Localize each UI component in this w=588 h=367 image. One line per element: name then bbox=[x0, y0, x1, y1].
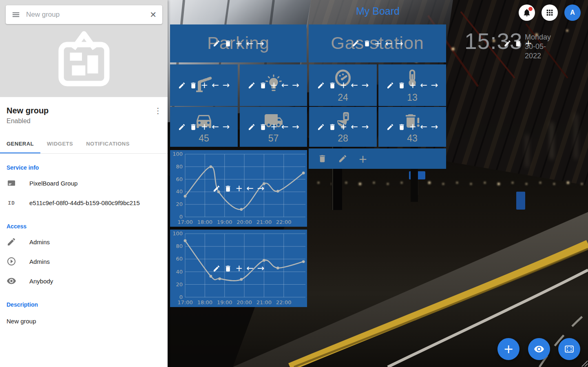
widget-tile-gauge: 24 + ← → bbox=[309, 64, 377, 106]
delete-widget-icon[interactable] bbox=[329, 123, 336, 131]
move-widget-left-icon[interactable]: ← bbox=[351, 81, 358, 89]
widget-hover-controls: + ← → bbox=[387, 123, 438, 131]
group-name-input[interactable] bbox=[25, 10, 145, 19]
move-widget-right-icon[interactable]: → bbox=[257, 264, 265, 272]
delete-widget-icon[interactable] bbox=[224, 185, 232, 192]
add-widget-icon[interactable]: + bbox=[340, 123, 347, 131]
close-icon[interactable]: ✕ bbox=[150, 10, 157, 20]
add-widget-icon[interactable]: + bbox=[340, 81, 347, 89]
widget-hover-controls: + ← → bbox=[351, 40, 403, 48]
move-widget-right-icon[interactable]: → bbox=[292, 123, 299, 131]
tab-general[interactable]: GENERAL bbox=[0, 135, 40, 153]
service-id-value: e511c9ef-08f0-44d5-b159-080c9f9bc215 bbox=[29, 199, 140, 206]
move-widget-left-icon[interactable]: ← bbox=[385, 40, 393, 48]
eye-icon bbox=[7, 276, 16, 286]
widget-value: 57 bbox=[240, 133, 307, 144]
add-widget-icon[interactable]: + bbox=[374, 40, 382, 48]
move-widget-right-icon[interactable]: → bbox=[292, 81, 299, 89]
edit-widget-icon[interactable] bbox=[248, 123, 255, 131]
widget-hover-controls: + ← → bbox=[317, 123, 369, 131]
add-widget-icon[interactable]: + bbox=[201, 81, 208, 89]
move-widget-left-icon[interactable]: ← bbox=[246, 40, 254, 48]
delete-widget-icon[interactable] bbox=[259, 123, 267, 131]
edit-widget-icon[interactable] bbox=[387, 82, 394, 89]
access-view-row[interactable]: Anybody bbox=[0, 271, 168, 291]
widget-hover-controls: + ← → bbox=[248, 81, 299, 89]
tab-notifications[interactable]: NOTIFICATIONS bbox=[80, 135, 136, 153]
delete-widget-icon[interactable] bbox=[363, 40, 371, 47]
move-widget-left-icon[interactable]: ← bbox=[281, 81, 289, 89]
edit-widget-icon[interactable] bbox=[213, 265, 221, 272]
group-name-card: ✕ bbox=[6, 5, 162, 24]
move-widget-right-icon[interactable]: → bbox=[223, 123, 230, 131]
user-avatar[interactable]: A bbox=[564, 4, 581, 21]
group-status: Enabled bbox=[7, 117, 161, 125]
notifications-button[interactable] bbox=[519, 4, 535, 21]
hamburger-menu-icon[interactable] bbox=[11, 10, 20, 19]
apps-button[interactable] bbox=[542, 4, 558, 21]
move-widget-right-icon[interactable]: → bbox=[396, 40, 403, 48]
move-widget-left-icon[interactable]: ← bbox=[281, 123, 289, 131]
move-widget-left-icon[interactable]: ← bbox=[420, 123, 427, 131]
edit-widget-icon[interactable] bbox=[387, 123, 394, 131]
move-widget-left-icon[interactable]: ← bbox=[246, 264, 254, 272]
delete-widget-icon[interactable] bbox=[259, 82, 267, 89]
move-widget-right-icon[interactable]: → bbox=[257, 40, 264, 48]
delete-widget-icon[interactable] bbox=[398, 82, 406, 89]
edit-widget-icon[interactable] bbox=[212, 40, 220, 47]
move-widget-right-icon[interactable]: → bbox=[431, 123, 438, 131]
add-widget-icon[interactable]: + bbox=[201, 123, 208, 131]
edit-widget-icon[interactable] bbox=[213, 185, 221, 192]
edit-widget-icon[interactable] bbox=[178, 82, 186, 89]
delete-widget-icon[interactable] bbox=[398, 123, 406, 131]
edit-widget-icon[interactable] bbox=[317, 82, 325, 89]
move-widget-right-icon[interactable]: → bbox=[223, 81, 230, 89]
move-widget-left-icon[interactable]: ← bbox=[351, 123, 358, 131]
edit-group-icon[interactable] bbox=[338, 154, 347, 164]
add-to-group-icon[interactable]: + bbox=[358, 155, 367, 163]
delete-widget-icon[interactable] bbox=[514, 40, 522, 47]
group-settings-panel: ✕ New group Enabled ⋮ GENERAL WIDGETS NO… bbox=[0, 0, 168, 367]
add-widget-fab[interactable]: + bbox=[497, 338, 519, 360]
move-widget-left-icon[interactable]: ← bbox=[212, 123, 219, 131]
delete-widget-icon[interactable] bbox=[224, 40, 232, 47]
add-widget-icon[interactable]: + bbox=[409, 81, 417, 89]
access-edit-row[interactable]: Admins bbox=[0, 232, 168, 252]
widget-value: 13 bbox=[378, 92, 446, 103]
delete-widget-icon[interactable] bbox=[329, 82, 336, 89]
edit-widget-icon[interactable] bbox=[504, 40, 511, 47]
add-widget-icon[interactable]: + bbox=[409, 123, 417, 131]
delete-widget-icon[interactable] bbox=[224, 265, 232, 272]
move-widget-left-icon[interactable]: ← bbox=[246, 184, 254, 192]
move-widget-left-icon[interactable]: ← bbox=[212, 81, 219, 89]
preview-fab[interactable] bbox=[528, 338, 550, 360]
add-widget-icon[interactable]: + bbox=[236, 264, 243, 272]
add-widget-icon[interactable]: + bbox=[270, 81, 278, 89]
delete-widget-icon[interactable] bbox=[190, 123, 197, 131]
move-widget-right-icon[interactable]: → bbox=[431, 81, 438, 89]
delete-widget-icon[interactable] bbox=[190, 82, 197, 89]
overflow-menu-icon[interactable]: ⋮ bbox=[154, 107, 162, 115]
svg-text:17:00: 17:00 bbox=[177, 219, 192, 225]
edit-widget-icon[interactable] bbox=[248, 82, 255, 89]
edit-widget-icon[interactable] bbox=[178, 123, 186, 131]
move-widget-left-icon[interactable]: ← bbox=[420, 81, 427, 89]
clock-date: Monday 30-05-2022 bbox=[525, 33, 551, 61]
add-widget-icon[interactable]: + bbox=[270, 123, 278, 131]
move-widget-right-icon[interactable]: → bbox=[257, 184, 265, 192]
access-edit-value: Admins bbox=[29, 239, 50, 245]
id-icon: ID bbox=[7, 198, 16, 208]
move-widget-right-icon[interactable]: → bbox=[362, 81, 369, 89]
access-run-row[interactable]: Admins bbox=[0, 252, 168, 271]
tab-widgets[interactable]: WIDGETS bbox=[40, 135, 80, 153]
add-widget-icon[interactable]: + bbox=[235, 40, 243, 48]
edit-widget-icon[interactable] bbox=[351, 40, 359, 47]
service-id-row: ID e511c9ef-08f0-44d5-b159-080c9f9bc215 bbox=[0, 193, 168, 212]
edit-widget-icon[interactable] bbox=[317, 123, 325, 131]
svg-text:20:00: 20:00 bbox=[237, 299, 252, 305]
group-header-gas-station: Gas station + ← → bbox=[309, 24, 446, 62]
delete-group-icon[interactable] bbox=[318, 154, 327, 164]
move-widget-right-icon[interactable]: → bbox=[362, 123, 369, 131]
add-widget-icon[interactable]: + bbox=[236, 184, 243, 192]
fit-screen-fab[interactable] bbox=[558, 338, 580, 360]
